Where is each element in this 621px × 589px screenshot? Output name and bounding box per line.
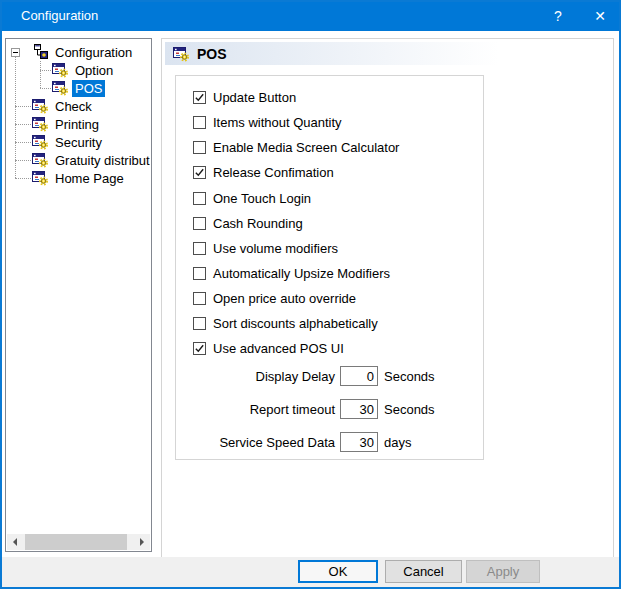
tree-item-label: Option xyxy=(72,62,116,79)
pos-header-icon xyxy=(173,46,190,62)
checkbox-use-advanced-pos-ui[interactable]: Use advanced POS UI xyxy=(193,339,344,357)
tree-item-security[interactable]: Security xyxy=(32,133,105,151)
tree-item-pos[interactable]: POS xyxy=(52,79,105,97)
scroll-right-icon xyxy=(140,538,144,546)
checkbox-use-volume-modifiers[interactable]: Use volume modifiers xyxy=(193,239,338,257)
window-title: Configuration xyxy=(0,8,98,23)
checkbox-items-without-quantity[interactable]: Items without Quantity xyxy=(193,113,342,131)
checkbox-one-touch-login[interactable]: One Touch Login xyxy=(193,189,311,207)
service-speed-data-label: Service Speed Data xyxy=(176,435,335,450)
checkbox-label: Cash Rounding xyxy=(213,216,303,231)
checkbox-label: Release Confimation xyxy=(213,165,334,180)
checkbox-box[interactable] xyxy=(193,242,206,255)
checkbox-open-price-auto-override[interactable]: Open price auto override xyxy=(193,289,356,307)
checkbox-box[interactable] xyxy=(193,292,206,305)
checkbox-box[interactable] xyxy=(193,267,206,280)
checkbox-automatically-upsize-modifiers[interactable]: Automatically Upsize Modifiers xyxy=(193,264,390,282)
report-timeout-unit: Seconds xyxy=(384,402,435,417)
ok-button[interactable]: OK xyxy=(298,560,378,583)
settings-window-icon xyxy=(32,134,49,150)
checkbox-box[interactable] xyxy=(193,217,206,230)
tree-item-option[interactable]: Option xyxy=(52,61,116,79)
display-delay-input[interactable] xyxy=(340,366,378,386)
tree-content: Configuration Option POS xyxy=(7,41,150,533)
tree-connector xyxy=(40,88,51,89)
tree-item-check[interactable]: Check xyxy=(32,97,95,115)
configuration-dialog: Configuration ? ✕ xyxy=(0,0,621,589)
report-timeout-row: Report timeout Seconds xyxy=(176,398,435,420)
settings-window-icon xyxy=(32,98,49,114)
checkbox-label: Open price auto override xyxy=(213,291,356,306)
tree-horizontal-scrollbar[interactable] xyxy=(7,534,150,550)
pos-options-groupbox: Update Button Items without Quantity Ena… xyxy=(175,75,484,460)
title-bar[interactable]: Configuration ? ✕ xyxy=(0,0,621,31)
tree-item-label: POS xyxy=(72,80,105,97)
panel-header: POS xyxy=(165,42,610,65)
scroll-left-icon xyxy=(13,538,17,546)
tree-item-label: Check xyxy=(52,98,95,115)
checkbox-label: Use advanced POS UI xyxy=(213,341,344,356)
tree-item-home-page[interactable]: Home Page xyxy=(32,169,127,187)
checkbox-cash-rounding[interactable]: Cash Rounding xyxy=(193,214,303,232)
service-speed-data-row: Service Speed Data days xyxy=(176,431,411,453)
panel-title: POS xyxy=(197,46,227,62)
checkbox-label: Sort discounts alphabetically xyxy=(213,316,378,331)
checkbox-box[interactable] xyxy=(193,116,206,129)
scroll-right-button[interactable] xyxy=(134,534,150,550)
pos-settings-panel: POS Update Button Items without Quantity… xyxy=(161,38,614,559)
tree-item-printing[interactable]: Printing xyxy=(32,115,102,133)
tree-connector xyxy=(15,142,31,143)
checkbox-label: One Touch Login xyxy=(213,191,311,206)
settings-window-icon xyxy=(32,170,49,186)
settings-window-icon xyxy=(32,116,49,132)
help-button[interactable]: ? xyxy=(537,0,579,31)
checkbox-box[interactable] xyxy=(193,141,206,154)
checkbox-label: Enable Media Screen Calculator xyxy=(213,140,399,155)
tree-connector xyxy=(15,160,31,161)
tree-item-label: Configuration xyxy=(52,44,135,61)
checkbox-box[interactable] xyxy=(193,166,206,179)
display-delay-row: Display Delay Seconds xyxy=(176,365,435,387)
checkbox-label: Use volume modifiers xyxy=(213,241,338,256)
tree-connector xyxy=(15,106,31,107)
tree-item-gratuity-distribution[interactable]: Gratuity distribution xyxy=(32,151,150,169)
configuration-root-icon xyxy=(32,44,49,60)
tree-connector xyxy=(15,124,31,125)
close-icon: ✕ xyxy=(594,8,606,24)
settings-window-icon xyxy=(52,80,69,96)
tree-connector xyxy=(15,178,31,179)
apply-button[interactable]: Apply xyxy=(466,560,540,583)
close-button[interactable]: ✕ xyxy=(579,0,621,31)
report-timeout-input[interactable] xyxy=(340,399,378,419)
service-speed-data-unit: days xyxy=(384,435,411,450)
tree-item-label: Security xyxy=(52,134,105,151)
checkbox-box[interactable] xyxy=(193,342,206,355)
dialog-footer: OK Cancel Apply xyxy=(2,557,619,587)
tree-item-label: Gratuity distribution xyxy=(52,152,150,169)
settings-window-icon xyxy=(32,152,49,168)
checkbox-release-confirmation[interactable]: Release Confimation xyxy=(193,163,334,181)
checkbox-update-button[interactable]: Update Button xyxy=(193,88,296,106)
checkbox-box[interactable] xyxy=(193,317,206,330)
cancel-button[interactable]: Cancel xyxy=(385,560,462,583)
service-speed-data-input[interactable] xyxy=(340,432,378,452)
checkbox-box[interactable] xyxy=(193,192,206,205)
checkbox-label: Update Button xyxy=(213,90,296,105)
checkbox-label: Items without Quantity xyxy=(213,115,342,130)
checkbox-label: Automatically Upsize Modifiers xyxy=(213,266,390,281)
tree-item-label: Printing xyxy=(52,116,102,133)
tree-item-configuration[interactable]: Configuration xyxy=(32,43,135,61)
configuration-tree[interactable]: Configuration Option POS xyxy=(5,38,152,552)
checkbox-sort-discounts-alphabetically[interactable]: Sort discounts alphabetically xyxy=(193,314,378,332)
tree-item-label: Home Page xyxy=(52,170,127,187)
collapse-icon[interactable] xyxy=(11,48,20,57)
display-delay-label: Display Delay xyxy=(176,369,335,384)
checkbox-enable-media-screen-calculator[interactable]: Enable Media Screen Calculator xyxy=(193,138,399,156)
scroll-left-button[interactable] xyxy=(7,534,23,550)
checkbox-box[interactable] xyxy=(193,91,206,104)
display-delay-unit: Seconds xyxy=(384,369,435,384)
scrollbar-thumb[interactable] xyxy=(25,534,127,550)
help-icon: ? xyxy=(554,8,562,24)
tree-connector xyxy=(40,70,51,71)
report-timeout-label: Report timeout xyxy=(176,402,335,417)
